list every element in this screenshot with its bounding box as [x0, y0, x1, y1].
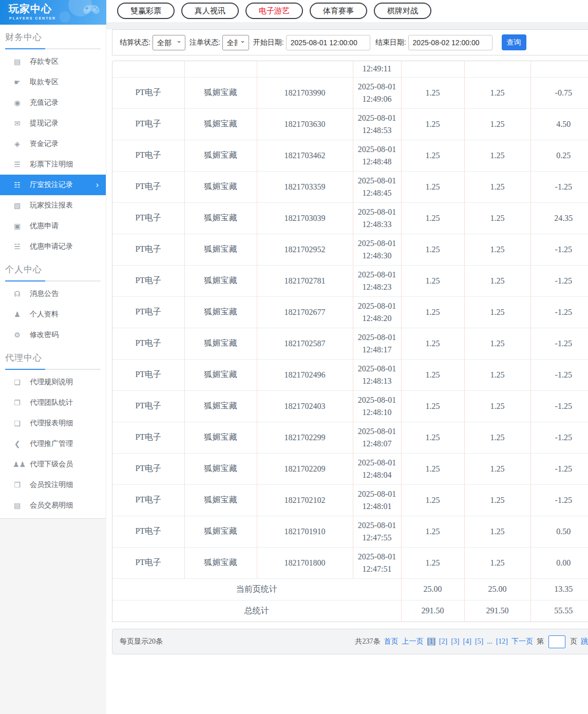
summary-label-cell: 总统计 [112, 600, 401, 622]
page-link[interactable]: [12] [496, 637, 508, 646]
page-link[interactable]: [1] [427, 637, 435, 646]
bet-date: 2025-08-01 [354, 300, 401, 312]
sidebar-item-change-password[interactable]: ⚙修改密码 [0, 325, 106, 345]
page-link[interactable]: [5] [475, 637, 483, 646]
order-status-select[interactable]: 全部 [222, 35, 249, 50]
sidebar-item-funds-record[interactable]: ◈资金记录 [0, 134, 106, 154]
sidebar-item-agent-team-stats[interactable]: ❐代理团队统计 [0, 392, 106, 413]
winloss-cell: 0.00 [530, 547, 588, 578]
bet-date: 2025-08-01 [354, 269, 401, 280]
hall-bet-icon: ☷ [13, 181, 22, 189]
next-page-link[interactable]: 下一页 [511, 637, 533, 646]
winloss-cell: -0.75 [530, 77, 588, 108]
game-name-cell: 狐媚宝藏 [184, 328, 257, 359]
sidebar-item-label: 资金记录 [30, 139, 59, 148]
page-link[interactable]: [3] [451, 637, 459, 646]
empty-cell [464, 61, 530, 77]
sidebar-item-recharge-record[interactable]: ◉充值记录 [0, 92, 106, 113]
page-link[interactable]: [2] [439, 637, 447, 646]
sidebar-item-promo-apply[interactable]: ▣优惠申请 [0, 216, 106, 236]
platform-cell: PT电子 [112, 328, 184, 359]
platform-cell: PT电子 [112, 516, 184, 547]
sidebar-item-hall-bet-record[interactable]: ☷厅室投注记录› [0, 175, 106, 195]
bet-time-cell: 2025-08-0112:48:53 [353, 108, 401, 140]
pagination-controls: 共237条 首页 上一页 [1][2][3][4][5]...[12] 下一页 … [355, 635, 588, 648]
sidebar-item-promo-apply-record[interactable]: ☱优惠申请记录 [0, 236, 106, 257]
sidebar-item-member-bet-detail[interactable]: ❒会员投注明细 [0, 475, 106, 495]
jump-action-link[interactable]: 跳转 [581, 637, 588, 646]
end-date-input[interactable] [408, 35, 492, 50]
summary-bet-cell: 291.50 [401, 600, 464, 622]
lottery-detail-icon: ☰ [13, 160, 22, 168]
order-number-cell: 1821703462 [257, 140, 353, 171]
tab-sports[interactable]: 体育赛事 [310, 3, 367, 19]
sidebar-item-withdraw[interactable]: ☛取款专区 [0, 72, 106, 92]
bet-amount-cell: 1.25 [401, 516, 464, 547]
bet-clock: 12:48:01 [354, 500, 401, 512]
summary-label-cell: 当前页统计 [112, 578, 401, 600]
order-number-cell: 1821703359 [257, 171, 353, 202]
query-button[interactable]: 查询 [502, 34, 526, 50]
winloss-cell: -1.25 [530, 234, 588, 265]
winloss-cell: 0.25 [530, 140, 588, 171]
bet-time-cell: 2025-08-0112:48:17 [353, 328, 401, 359]
sidebar-item-member-trade-detail[interactable]: ▤会员交易明细 [0, 495, 106, 516]
first-page-link[interactable]: 首页 [384, 637, 399, 646]
table-row: PT电子狐媚宝藏18217036302025-08-0112:48:531.25… [112, 108, 588, 140]
valid-amount-cell: 1.25 [464, 171, 530, 202]
bet-time-cell: 2025-08-0112:48:30 [353, 234, 401, 265]
cashout-icon: ✉ [13, 119, 22, 127]
divider-band [106, 22, 588, 29]
sidebar-item-cashout-record[interactable]: ✉提现记录 [0, 113, 106, 134]
sidebar-item-deposit[interactable]: ▤存款专区 [0, 51, 106, 72]
tab-live-video[interactable]: 真人视讯 [181, 3, 239, 19]
sidebar-item-agent-rules[interactable]: ❏代理规则说明 [0, 372, 106, 392]
bet-date: 2025-08-01 [354, 363, 401, 374]
bet-amount-cell: 1.25 [401, 265, 464, 296]
funds-icon: ◈ [13, 140, 22, 148]
platform-cell: PT电子 [112, 453, 184, 484]
jump-page-input[interactable] [548, 635, 565, 648]
sidebar-item-label: 代理推广管理 [30, 439, 73, 448]
sidebar-item-agent-promotion[interactable]: ❮代理推广管理 [0, 434, 106, 454]
tab-board-games[interactable]: 棋牌对战 [374, 3, 431, 19]
table-row: PT电子狐媚宝藏18217024962025-08-0112:48:131.25… [112, 359, 588, 390]
page-ellipsis[interactable]: ... [487, 637, 492, 646]
bet-amount-cell: 1.25 [401, 140, 464, 171]
gamepad-icon [83, 3, 100, 14]
valid-amount-cell: 1.25 [464, 234, 530, 265]
bet-amount-cell: 1.25 [401, 77, 464, 108]
tab-lottery[interactable]: 雙赢彩票 [117, 3, 175, 19]
bet-clock: 12:48:13 [354, 375, 401, 387]
sidebar-item-label: 代理团队统计 [30, 398, 73, 407]
winloss-cell: -1.25 [530, 296, 588, 328]
sidebar-section: 代理中心 [0, 345, 106, 372]
sidebar-item-lottery-bet-detail[interactable]: ☰彩票下注明细 [0, 154, 106, 175]
sidebar-item-label: 取款专区 [30, 78, 59, 87]
sidebar-item-message-notice[interactable]: ☊消息公告 [0, 284, 106, 304]
page-link[interactable]: [4] [463, 637, 471, 646]
sidebar-item-label: 优惠申请 [30, 221, 59, 231]
sidebar-item-agent-sub-members[interactable]: ♟♟代理下级会员 [0, 454, 106, 475]
winloss-cell: -1.25 [530, 453, 588, 484]
members-icon: ♟♟ [13, 460, 22, 468]
winloss-cell: -1.25 [530, 359, 588, 390]
filter-panel: 结算状态: 全部 注单状态: 全部 开始日期: 结束日期: 查询 [112, 29, 588, 55]
sidebar-item-player-bet-report[interactable]: ▧玩家投注报表 [0, 195, 106, 216]
prev-page-link[interactable]: 上一页 [402, 637, 424, 646]
start-date-input[interactable] [286, 35, 370, 50]
person-icon: ♟ [13, 310, 22, 318]
settle-status-select[interactable]: 全部 [153, 35, 185, 50]
sidebar-item-personal-profile[interactable]: ♟个人资料 [0, 304, 106, 325]
bet-time-cell: 2025-08-0112:48:45 [353, 171, 401, 202]
sidebar-item-agent-report-detail[interactable]: ❑代理报表明细 [0, 413, 106, 434]
winloss-cell: -1.25 [530, 484, 588, 516]
tab-e-games[interactable]: 电子游艺 [245, 3, 303, 19]
platform-cell: PT电子 [112, 108, 184, 140]
pagination-bar: 每页显示20条 共237条 首页 上一页 [1][2][3][4][5]...[… [112, 629, 588, 654]
bet-amount-cell: 1.25 [401, 422, 464, 453]
game-name-cell: 狐媚宝藏 [184, 422, 257, 453]
sidebar-item-label: 代理下级会员 [30, 460, 73, 469]
chevron-right-icon: › [96, 181, 99, 189]
bet-clock: 12:48:48 [354, 156, 401, 167]
